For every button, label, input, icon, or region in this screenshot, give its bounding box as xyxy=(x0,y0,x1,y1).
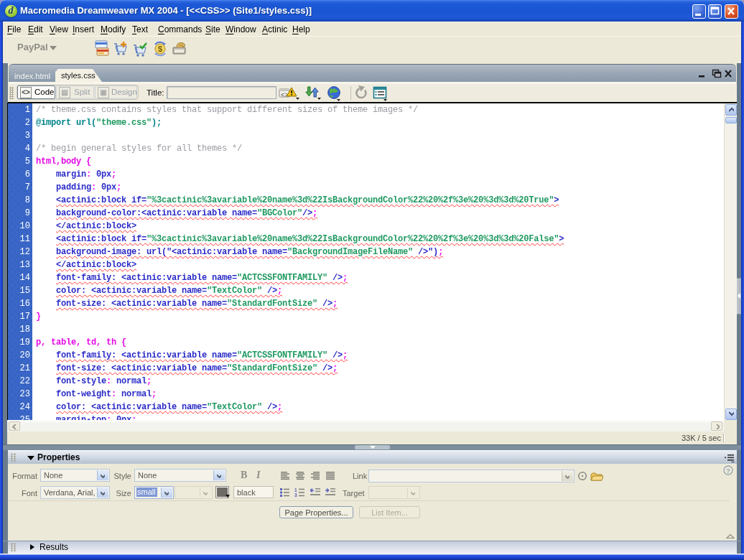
svg-text:?: ? xyxy=(726,467,730,475)
svg-text:$: $ xyxy=(158,45,162,53)
svg-text:3: 3 xyxy=(294,493,297,497)
